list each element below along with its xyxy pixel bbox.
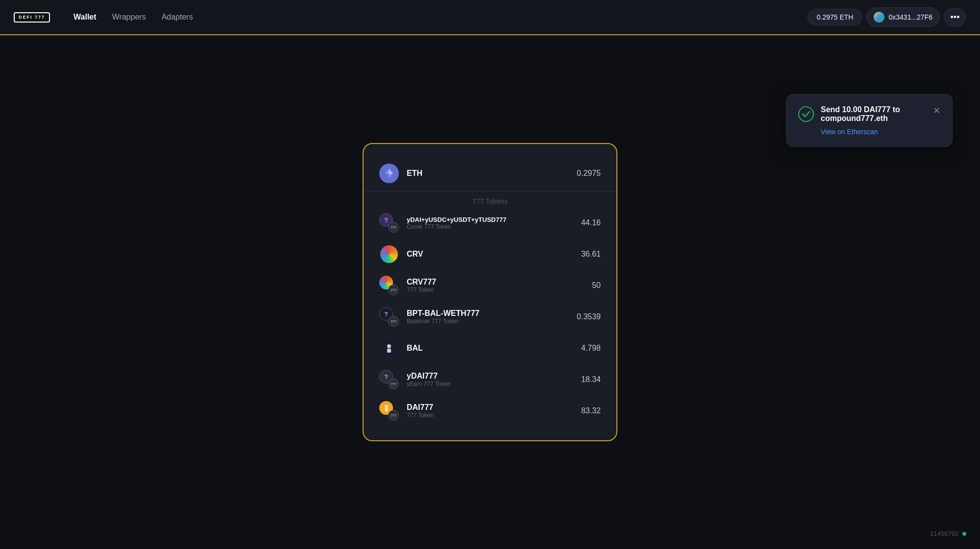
crv-circle-icon [380,245,398,263]
ydai777-token-name: yDAI777 [407,372,573,381]
crv777-token-name: CRV777 [407,278,584,286]
crv777-token-subname: 777 Token [407,286,584,293]
more-options-button[interactable]: ••• [944,8,966,26]
logo-defi: DEFI 777 [19,15,45,20]
bal-icon [379,338,399,358]
topnav: DEFI 777 Wallet Wrappers Adapters 0.2975… [0,0,980,35]
toast-notification: Send 10.00 DAI777 to compound777.eth ✕ V… [786,94,953,147]
ydai-token-amount: 44.16 [581,218,601,227]
bal-circle-icon [380,339,398,357]
nav-wrappers[interactable]: Wrappers [112,13,146,22]
dai777-token-amount: 83.32 [581,406,601,415]
eth-logo-svg [384,168,394,179]
bpt-token-amount: 0.3539 [577,312,601,321]
block-status-dot [962,532,966,536]
wallet-avatar-icon [874,12,884,23]
toast-close-button[interactable]: ✕ [933,105,940,116]
divider-1 [364,191,616,191]
toast-check-icon [798,106,814,122]
block-number-text: 11456792 [930,530,958,537]
ydai777-token-subname: yEarn 777 Token [407,381,573,387]
svg-rect-6 [387,349,391,353]
main-content: ETH 0.2975 777 Tokens ? 777 yDAI+yUSDC+y… [0,35,980,549]
block-number-display: 11456792 [930,530,966,537]
bal-token-amount: 4.798 [581,344,601,353]
check-circle-svg [798,106,814,122]
bpt-777-badge: 777 [388,316,399,327]
svg-point-5 [387,344,391,348]
ydai-token-name: yDAI+yUSDC+yUSDT+yTUSD777 [407,216,573,223]
crv-token-row[interactable]: CRV 36.61 [364,239,616,270]
ydai-icon-wrapper: ? 777 [379,213,399,233]
dai777-token-name: DAI777 [407,403,573,412]
crv-token-name: CRV [407,250,573,259]
nav-right: 0.2975 ETH 0x3431...27F6 ••• [808,7,966,27]
eth-icon [379,164,399,183]
dai777-icon-wrapper: ₿ 777 [379,401,399,421]
crv777-badge: 777 [388,285,399,295]
crv-token-amount: 36.61 [581,250,601,259]
logo-box: DEFI 777 [14,12,50,23]
nav-adapters[interactable]: Adapters [162,13,193,22]
crv-icon [379,244,399,264]
eth-token-row[interactable]: ETH 0.2975 [364,158,616,189]
crv777-token-amount: 50 [592,281,601,290]
bal-token-name: BAL [407,344,573,353]
toast-etherscan-link[interactable]: View on Etherscan [798,128,940,136]
bpt-token-row[interactable]: ? 777 BPT-BAL-WETH777 Balancer 777 Token… [364,301,616,333]
bpt-token-subname: Balancer 777 Token [407,318,569,325]
toast-title: Send 10.00 DAI777 to compound777.eth [821,105,922,123]
ydai-777-badge: 777 [388,222,399,233]
ydai777-badge: 777 [388,379,399,389]
bpt-token-name: BPT-BAL-WETH777 [407,309,569,318]
bal-token-row[interactable]: BAL 4.798 [364,333,616,364]
ydai777-token-amount: 18.34 [581,375,601,384]
ydai-token-subname: Curve 777 Token [407,223,573,230]
ydai-token-info: yDAI+yUSDC+yUSDT+yTUSD777 Curve 777 Toke… [407,216,573,230]
crv777-icon-wrapper: 777 [379,276,399,295]
crv777-token-info: CRV777 777 Token [407,278,584,293]
bpt-icon-wrapper: ? 777 [379,307,399,327]
svg-point-7 [799,107,813,121]
dai777-token-row[interactable]: ₿ 777 DAI777 777 Token 83.32 [364,395,616,427]
svg-marker-1 [389,169,392,174]
ydai-token-row[interactable]: ? 777 yDAI+yUSDC+yUSDT+yTUSD777 Curve 77… [364,207,616,239]
bpt-token-info: BPT-BAL-WETH777 Balancer 777 Token [407,309,569,325]
toast-header: Send 10.00 DAI777 to compound777.eth ✕ [798,105,940,123]
dai777-token-info: DAI777 777 Token [407,403,573,419]
logo: DEFI 777 [14,12,50,23]
dai777-token-subname: 777 Token [407,412,573,419]
tokens-section-label: 777 Tokens [364,193,616,207]
crv777-token-row[interactable]: 777 CRV777 777 Token 50 [364,270,616,301]
bal-svg [382,341,396,355]
eth-balance-display: 0.2975 ETH [808,9,863,25]
wallet-address-text: 0x3431...27F6 [888,13,932,21]
eth-token-name: ETH [407,169,569,178]
bal-token-info: BAL [407,344,573,353]
ydai777-icon-wrapper: ? 777 [379,370,399,389]
dai777-badge: 777 [388,410,399,421]
eth-token-info: ETH [407,169,569,178]
eth-token-amount: 0.2975 [577,169,601,178]
nav-links: Wallet Wrappers Adapters [74,13,193,22]
ydai777-token-row[interactable]: ? 777 yDAI777 yEarn 777 Token 18.34 [364,364,616,395]
wallet-card: ETH 0.2975 777 Tokens ? 777 yDAI+yUSDC+y… [363,143,617,441]
ydai777-token-info: yDAI777 yEarn 777 Token [407,372,573,387]
nav-wallet[interactable]: Wallet [74,13,97,22]
wallet-address-button[interactable]: 0x3431...27F6 [866,7,940,27]
crv-token-info: CRV [407,250,573,259]
